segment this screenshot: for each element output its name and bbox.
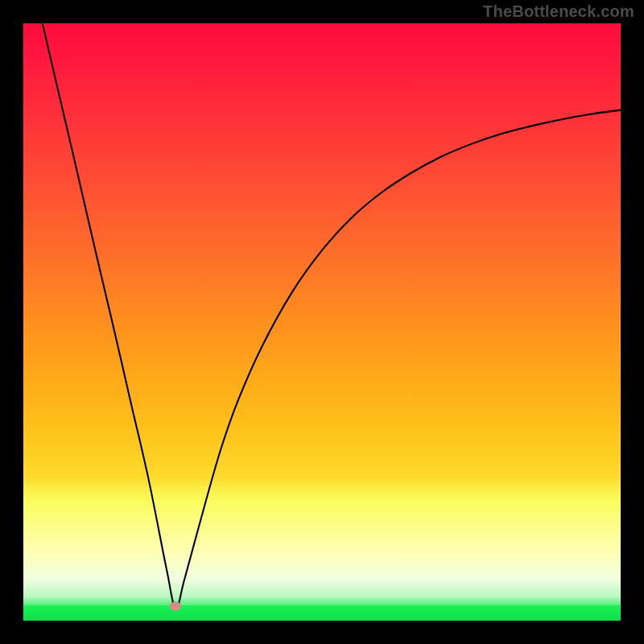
plot-area — [23, 23, 621, 621]
curve-canvas — [23, 23, 621, 621]
minimum-marker-icon — [170, 602, 181, 611]
watermark-text: TheBottleneck.com — [483, 2, 634, 21]
chart-frame: TheBottleneck.com — [0, 0, 644, 644]
